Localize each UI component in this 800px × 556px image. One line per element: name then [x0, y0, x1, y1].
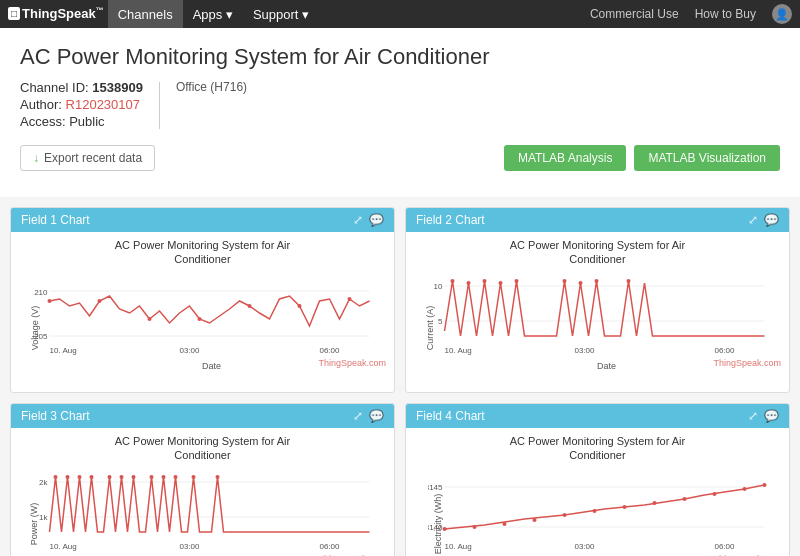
svg-text:03:00: 03:00 [180, 542, 201, 551]
svg-point-5 [98, 299, 102, 303]
main-content: AC Power Monitoring System for Air Condi… [0, 28, 800, 197]
nav-support[interactable]: Support ▾ [243, 0, 319, 28]
export-button[interactable]: ↓ Export recent data [20, 145, 155, 171]
chart-body-field2: AC Power Monitoring System for AirCondit… [406, 232, 789, 392]
expand-icon-field1[interactable]: ⤢ [353, 213, 363, 227]
svg-point-39 [120, 475, 124, 479]
charts-grid: Field 1 Chart ⤢ 💬 AC Power Monitoring Sy… [0, 197, 800, 556]
svg-point-54 [473, 525, 477, 529]
chart-subtitle-field3: AC Power Monitoring System for AirCondit… [15, 434, 390, 463]
comment-icon-field2[interactable]: 💬 [764, 213, 779, 227]
svg-point-8 [248, 304, 252, 308]
svg-point-34 [54, 475, 58, 479]
svg-point-22 [515, 279, 519, 283]
svg-point-62 [713, 492, 717, 496]
expand-icon-field4[interactable]: ⤢ [748, 409, 758, 423]
svg-point-64 [763, 483, 767, 487]
channel-info: Channel ID: 1538909 Author: R120230107 A… [20, 80, 143, 131]
chart-subtitle-field2: AC Power Monitoring System for AirCondit… [410, 238, 785, 267]
chart-header-field3: Field 3 Chart ⤢ 💬 [11, 404, 394, 428]
chart-svg-field4: 3145 3140 10. Aug [428, 467, 781, 552]
chart-card-field1: Field 1 Chart ⤢ 💬 AC Power Monitoring Sy… [10, 207, 395, 393]
nav-apps[interactable]: Apps ▾ [183, 0, 243, 28]
svg-text:06:00: 06:00 [320, 346, 341, 355]
svg-text:10. Aug: 10. Aug [445, 542, 472, 551]
svg-point-19 [467, 281, 471, 285]
chart-svg-field2: 10 5 10. Aug 03:00 06:00 [428, 271, 781, 356]
svg-text:10. Aug: 10. Aug [50, 346, 77, 355]
action-bar: ↓ Export recent data MATLAB Analysis MAT… [20, 145, 780, 171]
matlab-analysis-button[interactable]: MATLAB Analysis [504, 145, 626, 171]
chart-area-field3: Power (W) 2k 1k [15, 467, 390, 556]
channel-location: Office (H716) [176, 80, 247, 94]
y-label-field3: Power (W) [29, 503, 39, 546]
svg-point-40 [132, 475, 136, 479]
svg-text:2k: 2k [39, 478, 48, 487]
commercial-use-link[interactable]: Commercial Use [590, 7, 679, 21]
author-link[interactable]: R120230107 [66, 97, 140, 112]
comment-icon-field3[interactable]: 💬 [369, 409, 384, 423]
svg-point-4 [48, 299, 52, 303]
watermark-field2: ThingSpeak.com [713, 358, 781, 368]
chart-area-field1: Voltage (V) 210 205 [15, 271, 390, 386]
chart-card-field3: Field 3 Chart ⤢ 💬 AC Power Monitoring Sy… [10, 403, 395, 556]
svg-point-45 [216, 475, 220, 479]
y-label-field2: Current (A) [425, 306, 435, 351]
access-label: Access: [20, 114, 66, 129]
chart-body-field1: AC Power Monitoring System for AirCondit… [11, 232, 394, 392]
svg-point-7 [198, 317, 202, 321]
matlab-viz-button[interactable]: MATLAB Visualization [634, 145, 780, 171]
matlab-buttons: MATLAB Analysis MATLAB Visualization [504, 145, 780, 171]
chart-icons-field3: ⤢ 💬 [353, 409, 384, 423]
nav-channels[interactable]: Channels [108, 0, 183, 28]
expand-icon-field2[interactable]: ⤢ [748, 213, 758, 227]
logo-box: □ [8, 7, 20, 20]
chart-subtitle-field1: AC Power Monitoring System for AirCondit… [15, 238, 390, 267]
svg-point-35 [66, 475, 70, 479]
svg-point-24 [579, 281, 583, 285]
how-to-buy-link[interactable]: How to Buy [695, 7, 756, 21]
svg-text:1k: 1k [39, 513, 48, 522]
svg-text:3145: 3145 [428, 483, 443, 492]
svg-text:10: 10 [434, 282, 443, 291]
svg-point-56 [533, 518, 537, 522]
svg-point-37 [90, 475, 94, 479]
expand-icon-field3[interactable]: ⤢ [353, 409, 363, 423]
chart-card-field4: Field 4 Chart ⤢ 💬 AC Power Monitoring Sy… [405, 403, 790, 556]
y-label-field1: Voltage (V) [30, 306, 40, 351]
trademark: ™ [96, 6, 104, 15]
chart-body-field3: AC Power Monitoring System for AirCondit… [11, 428, 394, 556]
page-title: AC Power Monitoring System for Air Condi… [20, 44, 780, 70]
author-label: Author: [20, 97, 62, 112]
svg-point-41 [150, 475, 154, 479]
chart-area-field4: Electricity (Wh) 3145 3140 [410, 467, 785, 556]
comment-icon-field1[interactable]: 💬 [369, 213, 384, 227]
svg-point-59 [623, 505, 627, 509]
comment-icon-field4[interactable]: 💬 [764, 409, 779, 423]
user-avatar[interactable]: 👤 [772, 4, 792, 24]
brand-logo[interactable]: □ ThingSpeak™ [8, 6, 104, 21]
svg-point-44 [192, 475, 196, 479]
chart-svg-field1: 210 205 10. Aug 03:00 06:00 [33, 271, 386, 356]
svg-text:03:00: 03:00 [180, 346, 201, 355]
access-row: Access: Public [20, 114, 143, 129]
svg-point-25 [595, 279, 599, 283]
chart-header-field4: Field 4 Chart ⤢ 💬 [406, 404, 789, 428]
svg-point-43 [174, 475, 178, 479]
svg-point-20 [483, 279, 487, 283]
nav-items: Channels Apps ▾ Support ▾ [108, 0, 590, 28]
svg-text:03:00: 03:00 [575, 542, 596, 551]
chart-subtitle-field4: AC Power Monitoring System for AirCondit… [410, 434, 785, 463]
svg-text:06:00: 06:00 [715, 542, 736, 551]
chart-header-field2: Field 2 Chart ⤢ 💬 [406, 208, 789, 232]
author-row: Author: R120230107 [20, 97, 143, 112]
svg-text:06:00: 06:00 [320, 542, 341, 551]
svg-point-55 [503, 522, 507, 526]
svg-point-36 [78, 475, 82, 479]
svg-point-10 [348, 297, 352, 301]
chart-title-field1: Field 1 Chart [21, 213, 90, 227]
export-icon: ↓ [33, 151, 39, 165]
nav-right: Commercial Use How to Buy 👤 [590, 4, 792, 24]
chart-svg-field3: 2k 1k 10. Aug 03 [33, 467, 386, 552]
svg-point-58 [593, 509, 597, 513]
